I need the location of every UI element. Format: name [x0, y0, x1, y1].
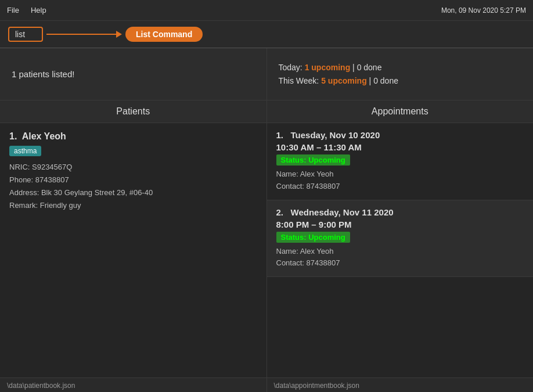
footer-patient-path: \data\patientbook.json: [0, 378, 267, 392]
today-sep: |: [350, 63, 356, 72]
patient-nric: NRIC: S9234567Q: [9, 161, 257, 174]
appt-1-day: Tuesday, Nov 10 2020: [291, 130, 380, 140]
patient-details: NRIC: S9234567Q Phone: 87438807 Address:…: [9, 161, 257, 212]
top-panels: 1 patients listed! Today: 1 upcoming | 0…: [0, 48, 533, 100]
datetime: Mon, 09 Nov 2020 5:27 PM: [441, 6, 526, 15]
today-label: Today:: [279, 63, 305, 72]
appt-2-title: 2. Wednesday, Nov 11 2020: [276, 207, 524, 217]
patient-address: Address: Blk 30 Geylang Street 29, #06-4…: [9, 186, 257, 199]
today-done: 0 done: [357, 63, 382, 72]
appt-2-time: 8:00 PM – 9:00 PM: [276, 220, 524, 229]
appointment-2: 2. Wednesday, Nov 11 2020 8:00 PM – 9:00…: [267, 200, 534, 278]
patients-panel-header: Patients: [0, 100, 266, 123]
appt-1-name: Name: Alex Yeoh: [276, 168, 524, 181]
patient-remark: Remark: Friendly guy: [9, 199, 257, 212]
appointments-panel-header: Appointments: [267, 100, 534, 123]
command-bar: list List Command: [0, 21, 533, 48]
patients-panel-body: 1. Alex Yeoh asthma NRIC: S9234567Q Phon…: [0, 123, 266, 377]
appt-2-details: Name: Alex Yeoh Contact: 87438807: [276, 246, 524, 270]
footer: \data\patientbook.json \data\appointment…: [0, 377, 533, 392]
week-sep: |: [367, 76, 373, 85]
patients-panel: Patients 1. Alex Yeoh asthma NRIC: S9234…: [0, 100, 267, 377]
week-info: This Week: 5 upcoming | 0 done: [279, 74, 522, 87]
appt-1-title: 1. Tuesday, Nov 10 2020: [276, 130, 524, 140]
week-done: 0 done: [373, 76, 398, 85]
arrow-line: [46, 34, 116, 35]
week-label: This Week:: [279, 76, 322, 85]
patient-number: 1.: [9, 131, 17, 141]
patient-name: 1. Alex Yeoh: [9, 131, 257, 142]
today-info: Today: 1 upcoming | 0 done: [279, 61, 522, 74]
menu-file[interactable]: File: [7, 6, 19, 15]
appointments-info-panel: Today: 1 upcoming | 0 done This Week: 5 …: [267, 48, 534, 100]
patients-info-panel: 1 patients listed!: [0, 48, 267, 100]
patients-listed-text: 1 patients listed!: [12, 69, 74, 79]
appt-2-day: Wednesday, Nov 11 2020: [291, 207, 394, 217]
appt-2-number: 2.: [276, 207, 284, 217]
appointments-panel-body: 1. Tuesday, Nov 10 2020 10:30 AM – 11:30…: [267, 123, 534, 377]
footer-appointment-path: \data\appointmentbook.json: [267, 378, 534, 392]
title-bar: File Help Mon, 09 Nov 2020 5:27 PM: [0, 0, 533, 21]
appointment-1: 1. Tuesday, Nov 10 2020 10:30 AM – 11:30…: [267, 123, 534, 200]
patient-fullname: Alex Yeoh: [22, 131, 66, 141]
arrow-head: [116, 31, 122, 38]
appointments-panel: Appointments 1. Tuesday, Nov 10 2020 10:…: [267, 100, 534, 377]
appt-1-contact: Contact: 87438807: [276, 181, 524, 193]
patient-phone: Phone: 87438807: [9, 174, 257, 186]
today-upcoming: 1 upcoming: [305, 63, 351, 72]
bottom-panels: Patients 1. Alex Yeoh asthma NRIC: S9234…: [0, 100, 533, 377]
appt-2-status: Status: Upcoming: [276, 232, 350, 243]
menu-help[interactable]: Help: [31, 6, 46, 15]
main-content: 1 patients listed! Today: 1 upcoming | 0…: [0, 48, 533, 392]
appt-1-number: 1.: [276, 130, 284, 140]
command-label: List Command: [125, 27, 203, 42]
appt-1-details: Name: Alex Yeoh Contact: 87438807: [276, 168, 524, 193]
command-input[interactable]: list: [8, 27, 43, 42]
appt-2-name: Name: Alex Yeoh: [276, 246, 524, 258]
patient-tag-asthma: asthma: [9, 146, 41, 156]
week-upcoming: 5 upcoming: [321, 76, 367, 85]
appt-1-status: Status: Upcoming: [276, 154, 350, 166]
appt-1-time: 10:30 AM – 11:30 AM: [276, 142, 524, 152]
appt-2-contact: Contact: 87438807: [276, 257, 524, 269]
command-arrow: [46, 31, 122, 38]
menu-bar: File Help: [7, 6, 46, 15]
